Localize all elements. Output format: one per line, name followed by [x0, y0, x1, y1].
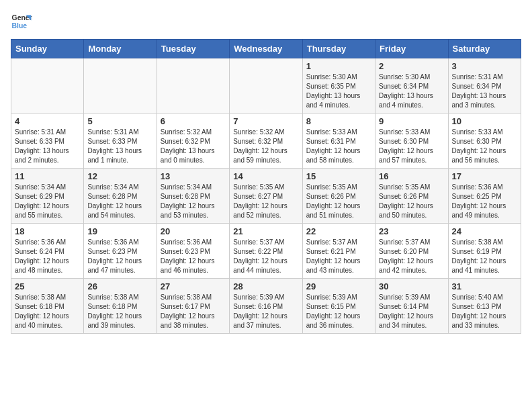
calendar-cell: 21Sunrise: 5:37 AM Sunset: 6:22 PM Dayli… — [230, 224, 302, 279]
day-number: 21 — [233, 226, 298, 236]
calendar-cell: 31Sunrise: 5:40 AM Sunset: 6:13 PM Dayli… — [448, 279, 521, 334]
day-number: 30 — [379, 281, 444, 291]
calendar-header-saturday: Saturday — [448, 40, 521, 58]
day-info: Sunrise: 5:37 AM Sunset: 6:21 PM Dayligh… — [306, 238, 371, 275]
calendar-cell: 26Sunrise: 5:38 AM Sunset: 6:18 PM Dayli… — [84, 279, 157, 334]
day-info: Sunrise: 5:37 AM Sunset: 6:20 PM Dayligh… — [379, 238, 444, 275]
calendar-cell: 7Sunrise: 5:32 AM Sunset: 6:32 PM Daylig… — [230, 113, 302, 169]
day-info: Sunrise: 5:30 AM Sunset: 6:34 PM Dayligh… — [379, 73, 444, 110]
calendar-cell — [84, 58, 157, 113]
calendar-cell: 15Sunrise: 5:35 AM Sunset: 6:26 PM Dayli… — [302, 169, 375, 224]
day-info: Sunrise: 5:35 AM Sunset: 6:27 PM Dayligh… — [233, 183, 298, 220]
svg-text:Blue: Blue — [12, 22, 28, 30]
day-number: 20 — [161, 226, 226, 236]
calendar-cell: 19Sunrise: 5:36 AM Sunset: 6:23 PM Dayli… — [84, 224, 157, 279]
calendar-cell: 1Sunrise: 5:30 AM Sunset: 6:35 PM Daylig… — [302, 58, 375, 113]
day-info: Sunrise: 5:36 AM Sunset: 6:25 PM Dayligh… — [452, 183, 517, 220]
calendar-header-thursday: Thursday — [302, 40, 375, 58]
day-number: 5 — [87, 116, 152, 126]
calendar-cell: 3Sunrise: 5:31 AM Sunset: 6:34 PM Daylig… — [448, 58, 521, 113]
calendar-cell: 30Sunrise: 5:39 AM Sunset: 6:14 PM Dayli… — [375, 279, 448, 334]
calendar-week-row: 4Sunrise: 5:31 AM Sunset: 6:33 PM Daylig… — [11, 113, 521, 169]
day-number: 1 — [306, 61, 371, 71]
calendar-week-row: 25Sunrise: 5:38 AM Sunset: 6:18 PM Dayli… — [11, 279, 521, 334]
day-number: 11 — [15, 171, 80, 181]
day-number: 22 — [306, 226, 371, 236]
day-number: 15 — [306, 171, 371, 181]
day-number: 3 — [452, 61, 517, 71]
calendar-cell — [11, 58, 84, 113]
logo: General Blue — [11, 11, 32, 32]
day-number: 13 — [161, 171, 226, 181]
calendar-cell: 25Sunrise: 5:38 AM Sunset: 6:18 PM Dayli… — [11, 279, 84, 334]
day-number: 2 — [379, 61, 444, 71]
day-info: Sunrise: 5:39 AM Sunset: 6:16 PM Dayligh… — [233, 293, 298, 330]
day-info: Sunrise: 5:33 AM Sunset: 6:30 PM Dayligh… — [379, 128, 444, 165]
day-number: 19 — [87, 226, 152, 236]
day-number: 17 — [452, 171, 517, 181]
calendar-cell: 20Sunrise: 5:36 AM Sunset: 6:23 PM Dayli… — [157, 224, 229, 279]
calendar-cell: 16Sunrise: 5:35 AM Sunset: 6:26 PM Dayli… — [375, 169, 448, 224]
day-info: Sunrise: 5:31 AM Sunset: 6:33 PM Dayligh… — [87, 128, 152, 165]
day-info: Sunrise: 5:34 AM Sunset: 6:29 PM Dayligh… — [15, 183, 80, 220]
calendar-cell: 13Sunrise: 5:34 AM Sunset: 6:28 PM Dayli… — [157, 169, 229, 224]
calendar-cell: 29Sunrise: 5:39 AM Sunset: 6:15 PM Dayli… — [302, 279, 375, 334]
day-info: Sunrise: 5:38 AM Sunset: 6:19 PM Dayligh… — [452, 238, 517, 275]
calendar-cell: 6Sunrise: 5:32 AM Sunset: 6:32 PM Daylig… — [157, 113, 229, 169]
day-info: Sunrise: 5:31 AM Sunset: 6:34 PM Dayligh… — [452, 73, 517, 110]
calendar-cell: 5Sunrise: 5:31 AM Sunset: 6:33 PM Daylig… — [84, 113, 157, 169]
day-number: 18 — [15, 226, 80, 236]
day-number: 16 — [379, 171, 444, 181]
day-number: 10 — [452, 116, 517, 126]
calendar-cell: 9Sunrise: 5:33 AM Sunset: 6:30 PM Daylig… — [375, 113, 448, 169]
calendar-cell — [157, 58, 229, 113]
calendar-header-tuesday: Tuesday — [157, 40, 229, 58]
day-info: Sunrise: 5:35 AM Sunset: 6:26 PM Dayligh… — [306, 183, 371, 220]
calendar-header-friday: Friday — [375, 40, 448, 58]
day-info: Sunrise: 5:36 AM Sunset: 6:23 PM Dayligh… — [87, 238, 152, 275]
day-info: Sunrise: 5:37 AM Sunset: 6:22 PM Dayligh… — [233, 238, 298, 275]
day-info: Sunrise: 5:33 AM Sunset: 6:31 PM Dayligh… — [306, 128, 371, 165]
day-number: 12 — [87, 171, 152, 181]
calendar-week-row: 11Sunrise: 5:34 AM Sunset: 6:29 PM Dayli… — [11, 169, 521, 224]
day-info: Sunrise: 5:30 AM Sunset: 6:35 PM Dayligh… — [306, 73, 371, 110]
calendar-cell: 8Sunrise: 5:33 AM Sunset: 6:31 PM Daylig… — [302, 113, 375, 169]
day-number: 29 — [306, 281, 371, 291]
day-number: 4 — [15, 116, 80, 126]
calendar-header-monday: Monday — [84, 40, 157, 58]
calendar-cell: 2Sunrise: 5:30 AM Sunset: 6:34 PM Daylig… — [375, 58, 448, 113]
calendar-cell: 22Sunrise: 5:37 AM Sunset: 6:21 PM Dayli… — [302, 224, 375, 279]
calendar-cell — [230, 58, 302, 113]
calendar-cell: 11Sunrise: 5:34 AM Sunset: 6:29 PM Dayli… — [11, 169, 84, 224]
day-info: Sunrise: 5:32 AM Sunset: 6:32 PM Dayligh… — [233, 128, 298, 165]
day-number: 23 — [379, 226, 444, 236]
day-info: Sunrise: 5:35 AM Sunset: 6:26 PM Dayligh… — [379, 183, 444, 220]
day-number: 6 — [161, 116, 226, 126]
calendar-cell: 18Sunrise: 5:36 AM Sunset: 6:24 PM Dayli… — [11, 224, 84, 279]
day-number: 28 — [233, 281, 298, 291]
day-info: Sunrise: 5:32 AM Sunset: 6:32 PM Dayligh… — [161, 128, 226, 165]
day-info: Sunrise: 5:38 AM Sunset: 6:17 PM Dayligh… — [161, 293, 226, 330]
day-info: Sunrise: 5:40 AM Sunset: 6:13 PM Dayligh… — [452, 293, 517, 330]
calendar-week-row: 18Sunrise: 5:36 AM Sunset: 6:24 PM Dayli… — [11, 224, 521, 279]
calendar-cell: 28Sunrise: 5:39 AM Sunset: 6:16 PM Dayli… — [230, 279, 302, 334]
day-number: 8 — [306, 116, 371, 126]
calendar-header-wednesday: Wednesday — [230, 40, 302, 58]
calendar-cell: 23Sunrise: 5:37 AM Sunset: 6:20 PM Dayli… — [375, 224, 448, 279]
day-info: Sunrise: 5:31 AM Sunset: 6:33 PM Dayligh… — [15, 128, 80, 165]
day-info: Sunrise: 5:38 AM Sunset: 6:18 PM Dayligh… — [87, 293, 152, 330]
calendar-cell: 17Sunrise: 5:36 AM Sunset: 6:25 PM Dayli… — [448, 169, 521, 224]
day-number: 27 — [161, 281, 226, 291]
day-number: 9 — [379, 116, 444, 126]
day-info: Sunrise: 5:38 AM Sunset: 6:18 PM Dayligh… — [15, 293, 80, 330]
day-info: Sunrise: 5:33 AM Sunset: 6:30 PM Dayligh… — [452, 128, 517, 165]
day-number: 26 — [87, 281, 152, 291]
day-number: 31 — [452, 281, 517, 291]
page-header: General Blue — [11, 11, 521, 32]
calendar-cell: 4Sunrise: 5:31 AM Sunset: 6:33 PM Daylig… — [11, 113, 84, 169]
day-number: 14 — [233, 171, 298, 181]
calendar-week-row: 1Sunrise: 5:30 AM Sunset: 6:35 PM Daylig… — [11, 58, 521, 113]
logo-icon: General Blue — [11, 11, 32, 32]
day-info: Sunrise: 5:34 AM Sunset: 6:28 PM Dayligh… — [161, 183, 226, 220]
day-info: Sunrise: 5:34 AM Sunset: 6:28 PM Dayligh… — [87, 183, 152, 220]
